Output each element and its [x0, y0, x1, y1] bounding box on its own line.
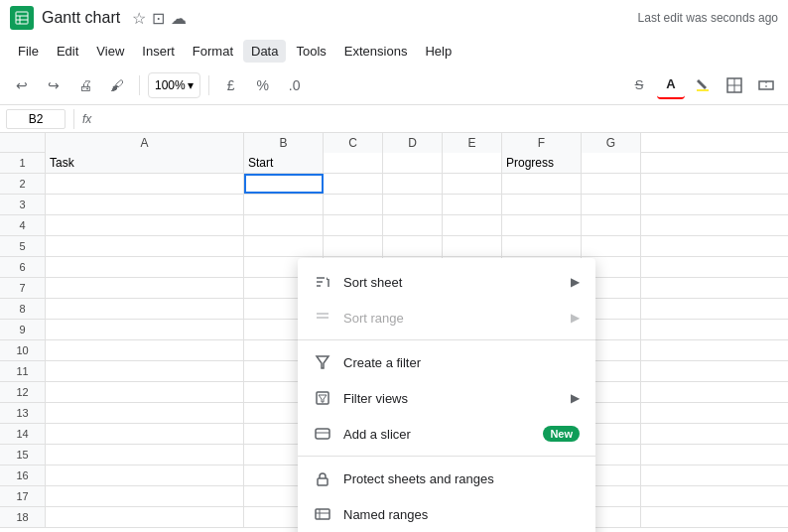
row-num-6: 6 [0, 257, 46, 277]
cell-b2[interactable] [244, 174, 324, 194]
cell-e2[interactable] [443, 174, 502, 194]
cell-g1[interactable] [582, 153, 641, 173]
cell-f2[interactable] [502, 174, 582, 194]
cell-c1[interactable] [324, 153, 383, 173]
menu-edit[interactable]: Edit [49, 40, 86, 63]
toolbar-separator-2 [208, 75, 209, 95]
menu-create-filter[interactable]: Create a filter [298, 344, 595, 380]
menu-help[interactable]: Help [417, 40, 460, 63]
cell-reference[interactable]: B2 [6, 109, 66, 129]
print-button[interactable]: 🖨 [71, 71, 99, 99]
row-num-17: 17 [0, 486, 46, 506]
cell-c3[interactable] [324, 195, 383, 214]
menu-format[interactable]: Format [185, 40, 241, 63]
cell-b4[interactable] [244, 215, 324, 235]
cell-a18[interactable] [46, 507, 244, 527]
fill-color-button[interactable] [689, 71, 717, 99]
add-slicer-label: Add a slicer [343, 427, 531, 442]
menu-sort-sheet[interactable]: Sort sheet ▶ [298, 264, 595, 300]
cell-f5[interactable] [502, 236, 582, 256]
star-icon[interactable]: ☆ [132, 9, 146, 28]
cell-g3[interactable] [582, 195, 641, 214]
cell-f3[interactable] [502, 195, 582, 214]
col-header-d[interactable]: D [383, 133, 443, 153]
borders-button[interactable] [721, 71, 748, 99]
cell-a5[interactable] [46, 236, 244, 256]
cell-b1[interactable]: Start [244, 153, 324, 173]
cell-a15[interactable] [46, 445, 244, 465]
cell-d2[interactable] [383, 174, 443, 194]
col-header-c[interactable]: C [324, 133, 383, 153]
cell-d1[interactable] [383, 153, 443, 173]
cloud-icon[interactable]: ☁ [171, 9, 187, 28]
currency-button[interactable]: £ [217, 71, 245, 99]
merge-cells-button[interactable] [752, 71, 780, 99]
text-color-button[interactable]: A [657, 71, 685, 99]
menu-named-ranges[interactable]: Named ranges [298, 496, 595, 532]
cell-d4[interactable] [383, 215, 443, 235]
cell-a16[interactable] [46, 466, 244, 485]
menu-add-slicer[interactable]: Add a slicer New [298, 416, 595, 452]
cell-a3[interactable] [46, 195, 244, 214]
title-bar: Gantt chart ☆ ⊡ ☁ Last edit was seconds … [0, 0, 788, 36]
cell-c5[interactable] [324, 236, 383, 256]
cell-c2[interactable] [324, 174, 383, 194]
paint-format-button[interactable]: 🖌 [103, 71, 131, 99]
cell-a8[interactable] [46, 299, 244, 319]
cell-e1[interactable] [443, 153, 502, 173]
undo-button[interactable]: ↩ [8, 71, 36, 99]
cell-f1[interactable]: Progress [502, 153, 582, 173]
col-header-g[interactable]: G [582, 133, 641, 153]
menu-filter-views[interactable]: Filter views ▶ [298, 380, 595, 416]
cell-b3[interactable] [244, 195, 324, 214]
cell-a14[interactable] [46, 424, 244, 444]
cell-a1[interactable]: Task [46, 153, 244, 173]
menu-extensions[interactable]: Extensions [336, 40, 416, 63]
cell-f4[interactable] [502, 215, 582, 235]
menu-data[interactable]: Data [243, 40, 286, 63]
menu-view[interactable]: View [88, 40, 132, 63]
row-num-13: 13 [0, 403, 46, 423]
cell-d3[interactable] [383, 195, 443, 214]
cell-e3[interactable] [443, 195, 502, 214]
table-row: 1 Task Start Progress [0, 153, 788, 174]
menu-tools[interactable]: Tools [288, 40, 333, 63]
strikethrough-button[interactable]: S [625, 71, 653, 99]
cell-a7[interactable] [46, 278, 244, 298]
cell-a10[interactable] [46, 340, 244, 360]
cell-a17[interactable] [46, 486, 244, 506]
row-num-4: 4 [0, 215, 46, 235]
col-header-f[interactable]: F [502, 133, 582, 153]
menu-file[interactable]: File [10, 40, 47, 63]
menu-insert[interactable]: Insert [134, 40, 183, 63]
cell-c4[interactable] [324, 215, 383, 235]
folder-icon[interactable]: ⊡ [152, 9, 165, 28]
cell-a6[interactable] [46, 257, 244, 277]
menu-divider-1 [298, 339, 595, 340]
named-ranges-icon [314, 505, 331, 523]
cell-d5[interactable] [383, 236, 443, 256]
cell-e4[interactable] [443, 215, 502, 235]
formula-input[interactable] [99, 111, 782, 126]
cell-b5[interactable] [244, 236, 324, 256]
decimal-button[interactable]: .0 [281, 71, 309, 99]
zoom-selector[interactable]: 100% ▾ [148, 72, 200, 98]
col-header-a[interactable]: A [46, 133, 244, 153]
redo-button[interactable]: ↪ [40, 71, 67, 99]
cell-g2[interactable] [582, 174, 641, 194]
cell-g5[interactable] [582, 236, 641, 256]
cell-a12[interactable] [46, 382, 244, 402]
cell-a4[interactable] [46, 215, 244, 235]
cell-e5[interactable] [443, 236, 502, 256]
cell-a11[interactable] [46, 361, 244, 381]
cell-a9[interactable] [46, 320, 244, 339]
cell-g4[interactable] [582, 215, 641, 235]
percent-button[interactable]: % [249, 71, 277, 99]
cell-a2[interactable] [46, 174, 244, 194]
col-header-b[interactable]: B [244, 133, 324, 153]
cell-a13[interactable] [46, 403, 244, 423]
row-num-3: 3 [0, 195, 46, 214]
row-num-7: 7 [0, 278, 46, 298]
col-header-e[interactable]: E [443, 133, 502, 153]
menu-protect-sheets[interactable]: Protect sheets and ranges [298, 461, 595, 496]
